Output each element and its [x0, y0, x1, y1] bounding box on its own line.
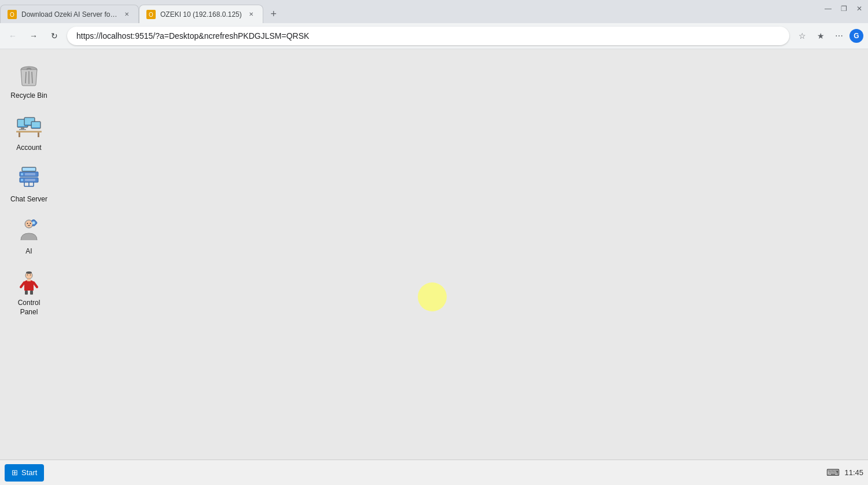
svg-rect-15 [19, 133, 20, 137]
forward-button[interactable]: → [25, 28, 42, 44]
taskbar-time: 11:45 [844, 468, 863, 477]
tab-2-title: OZEKI 10 (192.168.0.125) [160, 10, 242, 19]
svg-rect-14 [16, 131, 42, 133]
tab-1[interactable]: O Download Ozeki AI Server for Wi... ✕ [0, 5, 139, 23]
back-button[interactable]: ← [5, 28, 21, 44]
control-panel-image [15, 269, 43, 296]
chat-server-image [15, 165, 43, 193]
recycle-bin-icon[interactable]: Recycle Bin [6, 58, 52, 104]
svg-line-45 [34, 282, 37, 287]
svg-point-23 [21, 179, 23, 181]
svg-rect-35 [33, 225, 35, 226]
browser-chrome: O Download Ozeki AI Server for Wi... ✕ O… [0, 0, 868, 49]
svg-line-5 [25, 72, 26, 83]
account-label: Account [16, 144, 41, 153]
svg-text:O: O [10, 12, 14, 18]
svg-rect-46 [27, 279, 31, 281]
chat-server-label: Chat Server [10, 195, 47, 204]
svg-point-40 [30, 223, 31, 224]
start-icon: ⊞ [12, 468, 18, 477]
ai-image [15, 217, 43, 245]
svg-point-49 [26, 271, 32, 274]
address-bar: ← → ↻ ☆ ★ ⋯ G [0, 23, 868, 49]
maximize-button[interactable]: ❐ [841, 5, 847, 13]
svg-rect-37 [36, 222, 37, 223]
address-right-icons: ☆ ★ ⋯ G [794, 28, 863, 44]
svg-rect-47 [25, 291, 28, 295]
ai-label: AI [25, 247, 32, 256]
desktop-icons: Recycle Bin [0, 49, 868, 329]
taskbar-right: ⌨ 11:45 [826, 467, 863, 478]
tab-2-favicon: O [146, 10, 156, 19]
control-panel-label: Control Panel [9, 299, 49, 317]
svg-rect-26 [23, 168, 35, 171]
svg-line-44 [21, 282, 24, 287]
svg-point-33 [32, 221, 35, 224]
tab-2-close[interactable]: ✕ [247, 10, 256, 19]
tab-1-close[interactable]: ✕ [122, 10, 131, 19]
start-button[interactable]: ⊞ Start [5, 464, 44, 482]
account-image [15, 113, 43, 141]
recycle-bin-image [15, 61, 43, 89]
recycle-bin-label: Recycle Bin [10, 91, 47, 101]
svg-rect-48 [30, 291, 33, 295]
svg-text:O: O [149, 12, 153, 18]
control-panel-icon-item[interactable]: Control Panel [6, 265, 52, 320]
svg-rect-11 [19, 129, 26, 130]
svg-rect-18 [32, 122, 40, 127]
tab-bar: O Download Ozeki AI Server for Wi... ✕ O… [0, 0, 868, 23]
svg-rect-24 [25, 179, 35, 181]
ai-icon-item[interactable]: AI [6, 214, 52, 260]
taskbar: ⊞ Start ⌨ 11:45 [0, 460, 868, 485]
svg-point-43 [30, 275, 31, 276]
tab-1-favicon: O [8, 10, 17, 19]
svg-rect-16 [38, 133, 39, 137]
close-button[interactable]: ✕ [856, 5, 862, 13]
new-tab-button[interactable]: + [266, 6, 282, 22]
keyboard-icon[interactable]: ⌨ [826, 467, 840, 478]
address-input[interactable] [67, 27, 789, 45]
svg-line-7 [32, 72, 32, 83]
svg-point-38 [25, 221, 32, 227]
favorites-button[interactable]: ★ [812, 28, 829, 44]
svg-point-20 [21, 173, 23, 175]
svg-rect-10 [21, 127, 24, 129]
chat-server-icon-item[interactable]: Chat Server [6, 161, 52, 208]
svg-rect-21 [25, 173, 35, 175]
bookmark-button[interactable]: ☆ [794, 28, 810, 44]
menu-button[interactable]: ⋯ [831, 28, 847, 44]
start-label: Start [21, 468, 37, 477]
minimize-button[interactable]: — [825, 5, 832, 13]
tab-2[interactable]: O OZEKI 10 (192.168.0.125) ✕ [139, 5, 263, 23]
svg-rect-34 [33, 219, 35, 221]
tab-1-title: Download Ozeki AI Server for Wi... [21, 10, 117, 19]
svg-point-42 [27, 275, 28, 276]
window-controls: — ❐ ✕ [825, 5, 862, 13]
svg-point-39 [27, 223, 28, 224]
account-icon-item[interactable]: Account [6, 110, 52, 156]
main-content: Recycle Bin [0, 49, 868, 460]
reload-button[interactable]: ↻ [46, 28, 62, 44]
desktop-area: Recycle Bin [0, 49, 868, 460]
profile-avatar[interactable]: G [849, 29, 863, 43]
